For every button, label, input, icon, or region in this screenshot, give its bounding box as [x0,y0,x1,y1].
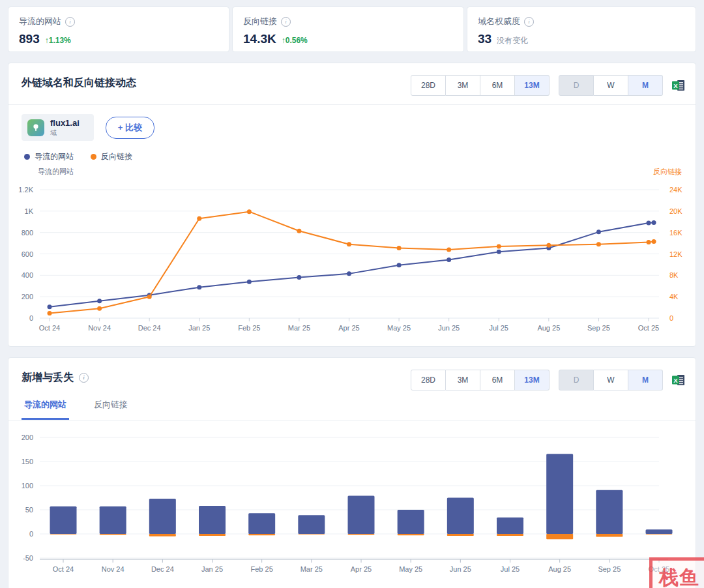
tab-referring-domains[interactable]: 导流的网站 [22,395,69,420]
backlink-analytics-page: 导流的网站 i 893 ↑1.13% 反向链接 i 14.3K ↑0.56% 域… [0,0,704,588]
stat-change: ↑1.13% [45,36,71,45]
bar-new[interactable] [646,529,673,534]
line-data-point[interactable] [652,239,656,244]
bar-new[interactable] [348,496,375,534]
compare-button[interactable]: + 比较 [106,117,154,139]
tab-backlinks[interactable]: 反向链接 [91,395,130,420]
range-button-28d[interactable]: 28D [411,75,446,96]
line-data-point[interactable] [197,216,201,221]
svg-text:Feb 25: Feb 25 [238,324,260,332]
line-data-point[interactable] [546,243,551,248]
excel-export-icon[interactable]: X [672,374,685,387]
line-data-point[interactable] [596,242,601,246]
range-button-3m[interactable]: 3M [446,75,480,96]
svg-text:400: 400 [22,271,33,279]
svg-text:Jun 25: Jun 25 [450,565,471,573]
line-data-point[interactable] [347,242,351,246]
bar-lost[interactable] [50,534,77,535]
bar-lost[interactable] [248,534,275,535]
svg-text:Jun 25: Jun 25 [438,324,460,332]
grain-button-month[interactable]: M [628,75,663,96]
line-data-point[interactable] [97,306,102,311]
line-data-point[interactable] [497,250,501,254]
svg-text:200: 200 [22,434,33,441]
bar-new[interactable] [497,518,523,534]
excel-export-icon[interactable]: X [672,79,685,92]
line-data-point[interactable] [397,263,402,267]
watermark-seal: 栈鱼 [649,557,704,588]
line-data-point[interactable] [347,271,351,276]
line-data-point[interactable] [652,220,656,225]
svg-text:Oct 25: Oct 25 [638,324,659,332]
line-data-point[interactable] [647,240,651,244]
bar-lost[interactable] [546,534,573,539]
bar-lost[interactable] [497,534,523,536]
line-data-point[interactable] [48,304,52,309]
line-data-point[interactable] [297,229,301,233]
stat-label: 导流的网站 [19,16,61,27]
range-button-3m[interactable]: 3M [446,370,480,390]
line-data-point[interactable] [447,247,451,252]
bar-lost[interactable] [348,534,375,535]
stat-label: 域名权威度 [478,16,520,27]
line-data-point[interactable] [147,295,152,299]
range-button-6m[interactable]: 6M [480,75,515,96]
svg-text:0: 0 [29,530,33,538]
legend-item-backlinks[interactable]: 反向链接 [91,151,132,162]
svg-text:Aug 25: Aug 25 [548,565,571,573]
svg-text:反向链接: 反向链接 [653,168,682,175]
svg-text:50: 50 [25,506,33,514]
bar-new[interactable] [199,506,226,534]
bar-new[interactable] [50,507,77,534]
bar-lost[interactable] [149,534,176,537]
bar-new[interactable] [248,513,275,534]
line-data-point[interactable] [397,246,402,250]
svg-text:Nov 24: Nov 24 [102,565,125,573]
bar-new[interactable] [398,510,424,534]
bar-lost[interactable] [447,534,474,536]
new-lost-bar-chart: 200150100500-50Oct 24Nov 24Dec 24Jan 25F… [8,430,697,588]
bar-lost[interactable] [646,534,673,535]
range-button-28d[interactable]: 28D [411,370,446,390]
grain-button-day[interactable]: D [559,75,594,96]
line-data-point[interactable] [596,229,601,234]
bar-new[interactable] [447,498,474,535]
line-data-point[interactable] [297,275,301,280]
grain-button-week[interactable]: W [594,75,628,96]
line-data-point[interactable] [647,220,651,225]
line-data-point[interactable] [497,244,501,249]
bar-lost[interactable] [298,534,325,535]
bar-new[interactable] [298,515,325,534]
range-button-13m[interactable]: 13M [515,370,550,390]
info-icon[interactable]: i [281,17,291,27]
bar-new[interactable] [546,454,573,534]
legend-item-referring-domains[interactable]: 导流的网站 [24,151,74,162]
bar-new[interactable] [149,499,176,534]
bar-new[interactable] [596,490,623,534]
legend-dot-orange [91,154,96,160]
line-data-point[interactable] [97,299,102,303]
bar-lost[interactable] [199,534,226,536]
domain-chip-flux1ai[interactable]: flux1.ai 域 [22,114,94,141]
grain-button-week[interactable]: W [594,370,628,390]
info-icon[interactable]: i [79,373,89,383]
grain-button-month[interactable]: M [628,370,663,390]
range-button-13m[interactable]: 13M [515,75,550,96]
bar-lost[interactable] [100,534,126,535]
svg-text:Mar 25: Mar 25 [301,565,323,573]
line-data-point[interactable] [247,280,252,284]
line-data-point[interactable] [48,311,52,316]
range-button-6m[interactable]: 6M [480,370,515,390]
bar-lost[interactable] [596,534,623,537]
info-icon[interactable]: i [524,17,534,27]
svg-text:Apr 25: Apr 25 [338,324,359,332]
info-icon[interactable]: i [65,17,75,27]
bar-new[interactable] [100,507,126,534]
line-data-point[interactable] [247,209,252,214]
line-data-point[interactable] [447,257,451,262]
svg-text:16K: 16K [669,229,682,237]
grain-button-day[interactable]: D [559,370,594,390]
bar-lost[interactable] [398,534,424,535]
section-title: 新增与丢失 [22,371,74,385]
line-data-point[interactable] [197,285,201,289]
